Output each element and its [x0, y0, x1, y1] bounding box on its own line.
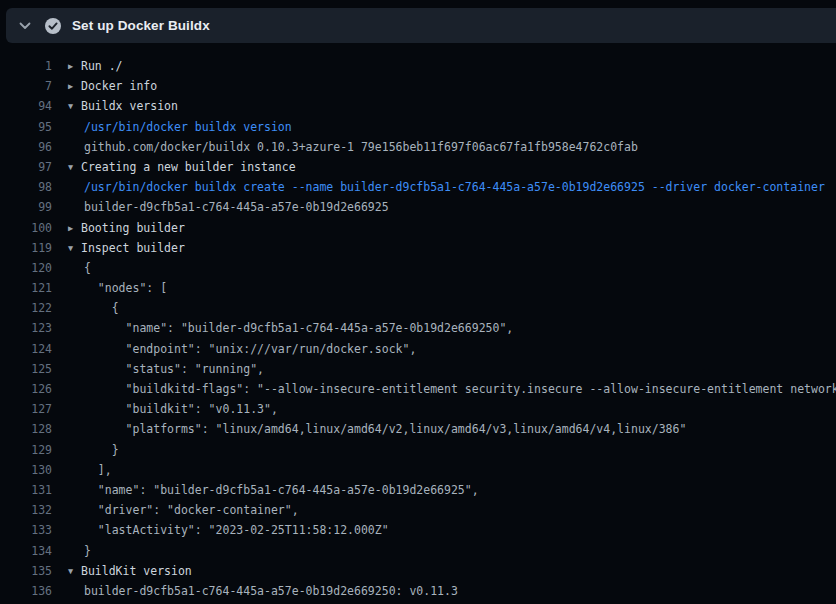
- line-number-link[interactable]: 127: [0, 399, 52, 419]
- log-line-row: 98/usr/bin/docker buildx create --name b…: [0, 177, 836, 197]
- triangle-down-icon[interactable]: ▼: [68, 561, 81, 581]
- output-text: {: [84, 298, 119, 318]
- output-text: "platforms": "linux/amd64,linux/amd64/v2…: [84, 419, 686, 439]
- triangle-right-icon[interactable]: ▶: [68, 56, 81, 76]
- triangle-right-icon[interactable]: ▶: [68, 76, 81, 96]
- group-toggle[interactable]: ▶Booting builder: [68, 218, 185, 238]
- log-line-row: 136builder-d9cfb5a1-c764-445a-a57e-0b19d…: [0, 581, 836, 601]
- group-title: Creating a new builder instance: [81, 160, 296, 174]
- log-line-row: 120{: [0, 258, 836, 278]
- log-line-row: 123 "name": "builder-d9cfb5a1-c764-445a-…: [0, 318, 836, 338]
- line-number-link[interactable]: 97: [0, 157, 52, 177]
- log-line-row: 127 "buildkit": "v0.11.3",: [0, 399, 836, 419]
- log-line-row: 125 "status": "running",: [0, 359, 836, 379]
- log-group-row[interactable]: 97▼Creating a new builder instance: [0, 157, 836, 177]
- command-text: /usr/bin/docker buildx create --name bui…: [84, 177, 825, 197]
- line-number-link[interactable]: 128: [0, 419, 52, 439]
- output-text: "endpoint": "unix:///var/run/docker.sock…: [84, 339, 416, 359]
- success-check-circle-icon: [44, 17, 62, 35]
- command-text: /usr/bin/docker buildx version: [84, 117, 292, 137]
- line-number-link[interactable]: 123: [0, 318, 52, 338]
- line-number-link[interactable]: 122: [0, 298, 52, 318]
- output-text: ],: [84, 460, 112, 480]
- group-toggle[interactable]: ▼Buildx version: [68, 96, 178, 116]
- log-line-row: 132 "driver": "docker-container",: [0, 500, 836, 520]
- line-number-link[interactable]: 1: [0, 56, 52, 76]
- log-group-row[interactable]: 100▶Booting builder: [0, 218, 836, 238]
- output-text: "name": "builder-d9cfb5a1-c764-445a-a57e…: [84, 480, 479, 500]
- group-toggle[interactable]: ▼BuildKit version: [68, 561, 192, 581]
- group-toggle[interactable]: ▶Run ./: [68, 56, 123, 76]
- log-lines: 1▶Run ./7▶Docker info94▼Buildx version95…: [0, 43, 836, 601]
- log-line-row: 99builder-d9cfb5a1-c764-445a-a57e-0b19d2…: [0, 197, 836, 217]
- line-number-link[interactable]: 125: [0, 359, 52, 379]
- log-line-row: 128 "platforms": "linux/amd64,linux/amd6…: [0, 419, 836, 439]
- chevron-down-icon[interactable]: [16, 17, 34, 35]
- log-line-row: 122 {: [0, 298, 836, 318]
- line-number-link[interactable]: 98: [0, 177, 52, 197]
- output-text: "buildkitd-flags": "--allow-insecure-ent…: [84, 379, 836, 399]
- log-line-row: 124 "endpoint": "unix:///var/run/docker.…: [0, 339, 836, 359]
- log-line-row: 129 }: [0, 440, 836, 460]
- log-line-row: 95/usr/bin/docker buildx version: [0, 117, 836, 137]
- group-title: Run ./: [81, 59, 123, 73]
- line-number-link[interactable]: 136: [0, 581, 52, 601]
- line-number-link[interactable]: 96: [0, 137, 52, 157]
- log-line-row: 126 "buildkitd-flags": "--allow-insecure…: [0, 379, 836, 399]
- output-text: }: [84, 440, 119, 460]
- group-title: Inspect builder: [81, 241, 185, 255]
- output-text: builder-d9cfb5a1-c764-445a-a57e-0b19d2e6…: [84, 581, 458, 601]
- log-line-row: 134}: [0, 541, 836, 561]
- group-toggle[interactable]: ▼Inspect builder: [68, 238, 185, 258]
- line-number-link[interactable]: 129: [0, 440, 52, 460]
- line-number-link[interactable]: 99: [0, 197, 52, 217]
- line-number-link[interactable]: 126: [0, 379, 52, 399]
- output-text: "driver": "docker-container",: [84, 500, 299, 520]
- triangle-down-icon[interactable]: ▼: [68, 238, 81, 258]
- line-number-link[interactable]: 130: [0, 460, 52, 480]
- group-title: BuildKit version: [81, 564, 192, 578]
- output-text: "lastActivity": "2023-02-25T11:58:12.000…: [84, 520, 389, 540]
- log-line-row: 133 "lastActivity": "2023-02-25T11:58:12…: [0, 520, 836, 540]
- output-text: builder-d9cfb5a1-c764-445a-a57e-0b19d2e6…: [84, 197, 389, 217]
- line-number-link[interactable]: 131: [0, 480, 52, 500]
- line-number-link[interactable]: 134: [0, 541, 52, 561]
- log-line-row: 131 "name": "builder-d9cfb5a1-c764-445a-…: [0, 480, 836, 500]
- line-number-link[interactable]: 7: [0, 76, 52, 96]
- step-header[interactable]: Set up Docker Buildx: [6, 8, 836, 43]
- output-text: {: [84, 258, 91, 278]
- log-group-row[interactable]: 119▼Inspect builder: [0, 238, 836, 258]
- line-number-link[interactable]: 120: [0, 258, 52, 278]
- triangle-down-icon[interactable]: ▼: [68, 157, 81, 177]
- line-number-link[interactable]: 119: [0, 238, 52, 258]
- line-number-link[interactable]: 100: [0, 218, 52, 238]
- log-group-row[interactable]: 1▶Run ./: [0, 56, 836, 76]
- triangle-down-icon[interactable]: ▼: [68, 96, 81, 116]
- output-text: "status": "running",: [84, 359, 264, 379]
- step-title: Set up Docker Buildx: [72, 18, 210, 33]
- output-text: github.com/docker/buildx 0.10.3+azure-1 …: [84, 137, 638, 157]
- line-number-link[interactable]: 132: [0, 500, 52, 520]
- output-text: }: [84, 541, 91, 561]
- line-number-link[interactable]: 135: [0, 561, 52, 581]
- group-title: Docker info: [81, 79, 157, 93]
- line-number-link[interactable]: 124: [0, 339, 52, 359]
- group-toggle[interactable]: ▶Docker info: [68, 76, 157, 96]
- log-line-row: 121 "nodes": [: [0, 278, 836, 298]
- output-text: "buildkit": "v0.11.3",: [84, 399, 278, 419]
- line-number-link[interactable]: 121: [0, 278, 52, 298]
- output-text: "name": "builder-d9cfb5a1-c764-445a-a57e…: [84, 318, 513, 338]
- group-title: Booting builder: [81, 221, 185, 235]
- group-title: Buildx version: [81, 99, 178, 113]
- output-text: "nodes": [: [84, 278, 167, 298]
- log-group-row[interactable]: 135▼BuildKit version: [0, 561, 836, 581]
- log-line-row: 130 ],: [0, 460, 836, 480]
- group-toggle[interactable]: ▼Creating a new builder instance: [68, 157, 296, 177]
- line-number-link[interactable]: 94: [0, 96, 52, 116]
- line-number-link[interactable]: 133: [0, 520, 52, 540]
- line-number-link[interactable]: 95: [0, 117, 52, 137]
- log-line-row: 96github.com/docker/buildx 0.10.3+azure-…: [0, 137, 836, 157]
- triangle-right-icon[interactable]: ▶: [68, 218, 81, 238]
- log-group-row[interactable]: 7▶Docker info: [0, 76, 836, 96]
- log-group-row[interactable]: 94▼Buildx version: [0, 96, 836, 116]
